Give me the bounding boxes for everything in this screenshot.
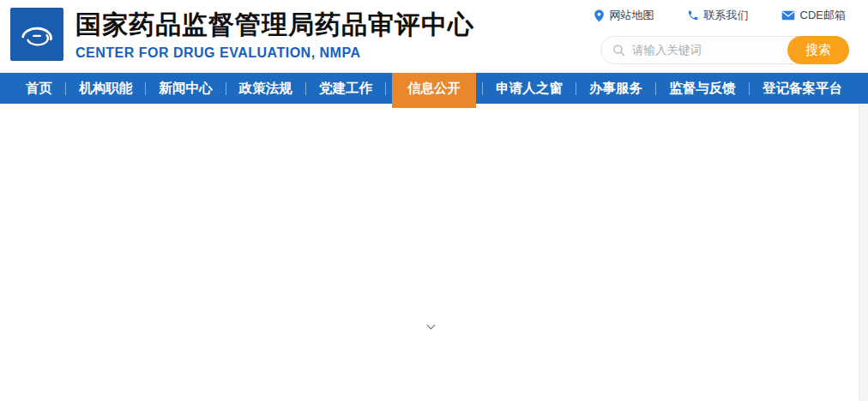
nav-separator (65, 82, 66, 95)
nav-item-home[interactable]: 首页 (19, 73, 59, 104)
site-title-en: CENTER FOR DRUG EVALUATION, NMPA (75, 45, 474, 61)
site-search-bar: 搜索 (600, 36, 849, 64)
main-nav: 首页 机构职能 新闻中心 政策法规 党建工作 信息公开 申请人之窗 办事服务 监… (0, 73, 868, 104)
mail-icon (781, 10, 795, 21)
sitemap-link[interactable]: 网站地图 (594, 8, 654, 23)
header-quick-links: 网站地图 联系我们 CDE邮箱 (594, 8, 846, 23)
cde-logo[interactable] (10, 8, 63, 61)
nav-separator (305, 82, 306, 95)
nav-item-policies[interactable]: 政策法规 (232, 73, 299, 104)
nav-separator (749, 82, 750, 95)
nav-item-applicant-window[interactable]: 申请人之窗 (489, 73, 570, 104)
nav-item-functions[interactable]: 机构职能 (72, 73, 139, 104)
nav-item-party-building[interactable]: 党建工作 (312, 73, 379, 104)
site-title-cn: 国家药品监督管理局药品审评中心 (75, 9, 474, 41)
search-button[interactable]: 搜索 (787, 36, 849, 64)
nav-separator (145, 82, 146, 95)
sitemap-label: 网站地图 (610, 8, 654, 23)
nav-separator (482, 82, 483, 95)
site-titles: 国家药品监督管理局药品审评中心 CENTER FOR DRUG EVALUATI… (75, 9, 474, 61)
nav-separator (226, 82, 226, 95)
nav-item-info-disclosure[interactable]: 信息公开 (392, 73, 476, 108)
nav-item-services[interactable]: 办事服务 (582, 73, 649, 104)
nav-item-supervision-feedback[interactable]: 监督与反馈 (662, 73, 743, 104)
nav-separator (385, 82, 386, 95)
swirl-logo-icon (17, 15, 57, 54)
search-input[interactable] (632, 44, 787, 57)
nav-item-registration-platform[interactable]: 登记备案平台 (756, 73, 849, 104)
cde-website: 国家药品监督管理局药品审评中心 CENTER FOR DRUG EVALUATI… (0, 0, 868, 401)
contact-link[interactable]: 联系我们 (687, 8, 749, 23)
mailbox-link[interactable]: CDE邮箱 (781, 8, 846, 23)
mailbox-label: CDE邮箱 (800, 8, 846, 23)
nav-separator (576, 82, 576, 95)
phone-icon (687, 9, 699, 21)
nav-item-news[interactable]: 新闻中心 (152, 73, 219, 104)
search-icon (612, 44, 625, 57)
nav-separator (655, 82, 656, 95)
map-pin-icon (594, 9, 605, 22)
contact-label: 联系我们 (704, 8, 749, 23)
site-header: 国家药品监督管理局药品审评中心 CENTER FOR DRUG EVALUATI… (0, 0, 868, 73)
